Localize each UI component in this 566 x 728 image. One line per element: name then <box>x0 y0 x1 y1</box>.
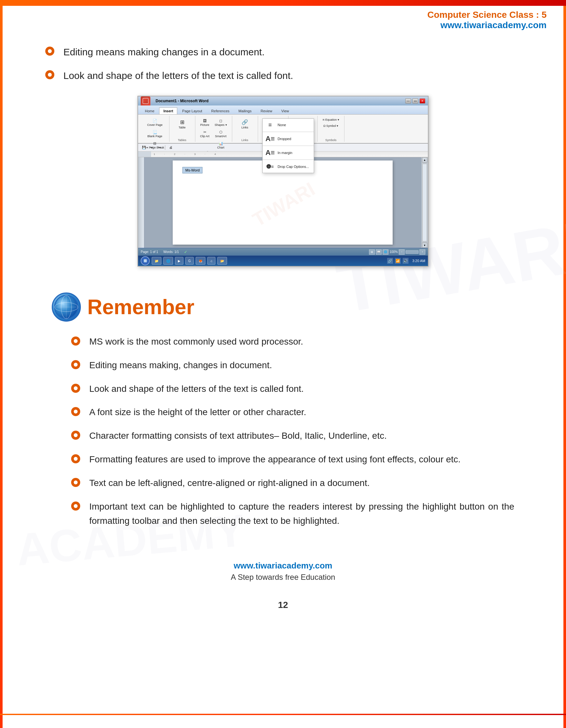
footer: www.tiwariacademy.com A Step towards fre… <box>26 554 540 595</box>
ms-equation-btn[interactable]: π Equation ▾ <box>321 117 341 122</box>
chart-icon: 📊 <box>218 141 224 146</box>
ms-tab-insert[interactable]: Insert <box>159 107 177 114</box>
ms-view-web[interactable]: 🌐 <box>383 249 388 255</box>
ms-taskbar-firefox[interactable]: 🦊 <box>196 257 205 265</box>
ms-ribbon: 📄 Cover Page 📃 Blank Page ⊟ ⇥ Page Break <box>138 115 428 144</box>
ms-spell-check-icon: ✓ <box>184 250 187 254</box>
ms-scroll-track <box>422 164 427 241</box>
ms-taskbar-google[interactable]: G <box>185 257 194 265</box>
ms-ribbon-group-text: A Text Box ▾ Quick Parts ▾ WordArt ▾ 🅐 D… <box>288 116 318 142</box>
ms-office-button[interactable] <box>141 96 150 105</box>
ms-page-status: Page: 1 of 1 <box>141 250 158 254</box>
ms-view-normal[interactable]: ▤ <box>369 249 375 255</box>
remember-bullet-6 <box>71 454 80 463</box>
ms-links-btn[interactable]: 🔗 Links <box>239 117 250 130</box>
ms-spell-check: ✓ <box>184 250 187 254</box>
ms-shapes-btn[interactable]: ◻ Shapes ▾ <box>213 117 229 127</box>
remember-bullet-4 <box>71 407 80 416</box>
ms-tab-review[interactable]: Review <box>257 107 277 114</box>
ms-page-break-btn[interactable]: ⊟ ⇥ Page Break <box>144 140 166 150</box>
ms-links-tray-icon: 🔗 <box>387 258 393 264</box>
ms-network-icon: 📶 <box>395 258 401 264</box>
ms-table-btn[interactable]: ⊞ Table <box>177 117 188 130</box>
ms-symbols-items: π Equation ▾ Ω Symbol ▾ <box>321 116 341 138</box>
remember-bullet-7 <box>71 478 80 487</box>
ms-title-text: Document1 - Microsoft Word <box>156 99 209 103</box>
ms-start-button[interactable]: ⊞ <box>141 256 150 265</box>
ms-dropdown-none[interactable]: ≡ None <box>263 119 314 131</box>
ms-scroll-down-btn[interactable]: ▼ <box>422 243 427 248</box>
ms-ruler-marks: 1 · 2 · 3 · 4 <box>154 153 216 156</box>
remember-item-2: Editing means making, changes in documen… <box>71 358 514 373</box>
ms-dropdown-dropped[interactable]: A≡ Dropped <box>263 133 314 145</box>
ms-cover-page-btn[interactable]: 📄 Cover Page <box>144 117 166 127</box>
ms-ruler-left <box>138 151 151 157</box>
ms-smartart-btn[interactable]: ⬡ SmartArt <box>213 128 229 139</box>
ms-tab-references[interactable]: References <box>207 107 234 114</box>
remember-item-5: Character formatting consists of text at… <box>71 429 514 443</box>
bottom-bar <box>0 714 566 715</box>
ms-words-status: Words: 1/1 <box>163 250 179 254</box>
ms-ribbon-group-illustrations: 🖼 Picture ✂ Clip Art ◻ Shapes ▾ <box>195 116 232 142</box>
blank-page-icon: 📃 <box>152 129 158 135</box>
ms-clip-art-btn[interactable]: ✂ Clip Art <box>199 128 211 139</box>
ms-symbol-btn[interactable]: Ω Symbol ▾ <box>321 123 341 128</box>
ms-taskbar-folder[interactable]: 📂 <box>217 257 227 265</box>
intro-bullet-1: Editing means making changes in a docume… <box>45 45 540 59</box>
page-number: 12 <box>26 600 540 630</box>
ms-selected-text: Ms-Word <box>183 167 203 173</box>
ms-ribbon-group-pages: 📄 Cover Page 📃 Blank Page ⊟ ⇥ Page Break <box>141 116 170 142</box>
links-icon: 🔗 <box>241 118 249 126</box>
ms-view-buttons: ▤ 📖 🌐 100% − + <box>369 249 425 255</box>
ms-taskbar: ⊞ 📁 🌐 ▶ G 🦊 ♫ 📂 🔗 📶 🔊 3:20 AM <box>138 256 428 266</box>
ms-dropdown-in-margin[interactable]: A≡ In margin <box>263 147 314 159</box>
ms-links-label: Links <box>242 138 249 142</box>
ms-zoom-in-btn[interactable]: + <box>419 249 425 255</box>
in-margin-icon: A≡ <box>266 149 274 157</box>
ms-page-watermark: TIWARI <box>246 173 319 233</box>
remember-bullet-8 <box>71 502 80 511</box>
remember-header: Remember <box>52 292 514 322</box>
remember-bullet-5 <box>71 431 80 440</box>
ms-taskbar-winamp[interactable]: ♫ <box>207 257 216 265</box>
ms-ribbon-group-tables: ⊞ Table Tables <box>170 116 195 142</box>
remember-item-7: Text can be left-aligned, centre-aligned… <box>71 476 514 491</box>
ms-scroll-up-btn[interactable]: ▲ <box>422 157 427 162</box>
ms-blank-page-btn[interactable]: 📃 Blank Page <box>144 128 166 139</box>
ms-zoom-out-btn[interactable]: − <box>399 249 405 255</box>
ms-close-btn[interactable]: ✕ <box>419 98 425 104</box>
remember-item-4: A font size is the height of the letter … <box>71 405 514 420</box>
remember-item-6: Formatting features are used to improve … <box>71 452 514 467</box>
ms-view-reading[interactable]: 📖 <box>376 249 382 255</box>
remember-item-1: MS work is the most commonly used word p… <box>71 335 514 349</box>
remember-list: MS work is the most commonly used word p… <box>71 335 514 528</box>
ms-chart-btn[interactable]: 📊 Chart <box>213 140 229 150</box>
ms-clock: 3:20 AM <box>412 259 425 263</box>
ms-tab-page-layout[interactable]: Page Layout <box>178 107 206 114</box>
intro-bullet-list: Editing means making changes in a docume… <box>45 45 540 83</box>
none-icon: ≡ <box>266 121 274 129</box>
ms-tab-home[interactable]: Home <box>141 107 159 114</box>
ms-tab-mailings[interactable]: Mailings <box>234 107 256 114</box>
bullet-icon-2 <box>45 70 54 79</box>
ms-picture-btn[interactable]: 🖼 Picture <box>199 117 211 127</box>
ms-taskbar-media[interactable]: ▶ <box>175 257 183 265</box>
ms-ribbon-group-links: 🔗 Links Links <box>232 116 258 142</box>
ms-restore-btn[interactable]: ▭ <box>412 98 418 104</box>
ms-print-tool[interactable]: 🖨 <box>168 145 174 150</box>
options-icon: 🅐≡ <box>266 162 274 171</box>
bullet-icon-1 <box>45 47 54 56</box>
footer-website: www.tiwariacademy.com <box>26 561 540 571</box>
ms-pages-items: 📄 Cover Page 📃 Blank Page ⊟ ⇥ Page Break <box>144 116 166 150</box>
remember-section: Remember MS work is the most commonly us… <box>26 292 540 528</box>
ms-zoom-slider[interactable] <box>405 250 418 254</box>
ms-links-items: 🔗 Links <box>239 116 250 138</box>
ms-minimize-btn[interactable]: — <box>405 98 411 104</box>
remember-globe-icon <box>52 292 81 322</box>
ms-dropdown-options[interactable]: 🅐≡ Drop Cap Options... <box>263 160 314 173</box>
ms-taskbar-explorer[interactable]: 📁 <box>152 257 161 265</box>
ms-window-controls: — ▭ ✕ <box>405 98 425 104</box>
clip-art-icon: ✂ <box>202 129 207 135</box>
ms-tab-view[interactable]: View <box>277 107 293 114</box>
ms-taskbar-ie[interactable]: 🌐 <box>163 257 173 265</box>
